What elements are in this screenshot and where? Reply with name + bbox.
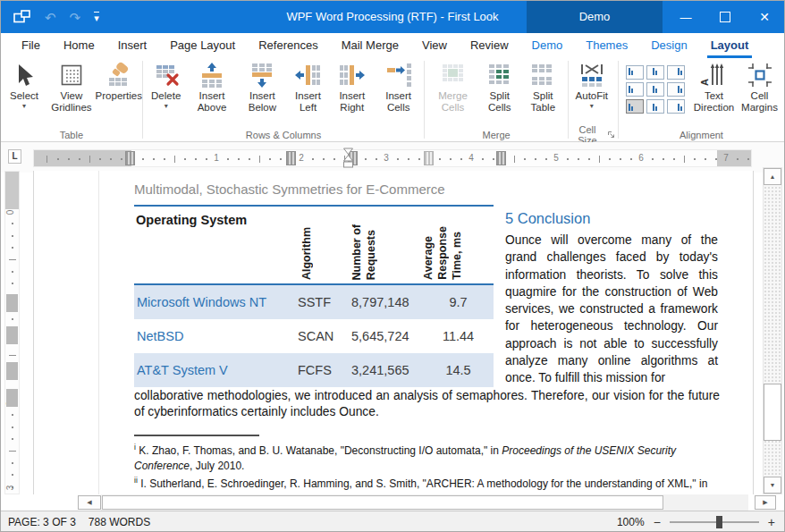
scroll-up-button[interactable]: ▲ xyxy=(764,168,781,185)
align-top-center-button[interactable] xyxy=(646,65,664,80)
document-table[interactable]: Operating SystemAlgorithmNumber ofReques… xyxy=(134,205,494,387)
column-header-operating-system: Operating System xyxy=(136,213,247,227)
tab-page-layout[interactable]: Page Layout xyxy=(158,33,247,58)
table-row[interactable]: Microsoft Windows NTSSTF8,797,1489.7 xyxy=(134,285,494,319)
dropdown-arrow-icon[interactable]: ▾ xyxy=(22,103,26,110)
close-button[interactable]: ✕ xyxy=(745,1,784,33)
scroll-left-button[interactable]: ◀ xyxy=(78,495,101,510)
indent-marker[interactable] xyxy=(342,148,354,176)
zoom-slider[interactable] xyxy=(670,521,759,523)
ruler-number: 4 xyxy=(468,153,474,163)
cell-algorithm: FCFS xyxy=(298,363,351,377)
table-row-marker[interactable] xyxy=(6,389,18,407)
cell-margins-button[interactable]: Cell Margins xyxy=(738,59,781,113)
tab-layout[interactable]: Layout xyxy=(699,33,761,58)
rows-columns-group: Delete▾Insert AboveInsert BelowInsert Le… xyxy=(143,58,425,141)
footnote-separator xyxy=(134,435,259,436)
tab-themes[interactable]: Themes xyxy=(574,33,639,58)
delete-table-icon xyxy=(153,62,180,89)
split-cells-icon xyxy=(486,62,513,89)
tab-view[interactable]: View xyxy=(410,33,459,58)
insert-left-button[interactable]: Insert Left xyxy=(287,59,328,113)
tab-mail-merge[interactable]: Mail Merge xyxy=(330,33,410,58)
align-bottom-center-button[interactable] xyxy=(646,99,664,114)
align-top-right-button[interactable] xyxy=(667,65,685,80)
tab-demo[interactable]: Demo xyxy=(520,33,575,58)
column-header-number-of-requests: Number ofRequests xyxy=(350,224,377,281)
align-top-left-button[interactable] xyxy=(626,65,644,80)
table-row-marker[interactable] xyxy=(6,294,18,312)
table-row-marker[interactable] xyxy=(6,362,18,380)
table-column-marker[interactable] xyxy=(424,151,434,165)
insert-right-button[interactable]: Insert Right xyxy=(329,59,376,113)
ribbon-button-label: Cell Margins xyxy=(739,90,780,113)
ruler-number: 5 xyxy=(553,153,559,163)
zoom-in-button[interactable]: + xyxy=(768,516,775,528)
alignment-bars-icon xyxy=(629,104,633,111)
status-bar: PAGE: 3 OF 3 788 WORDS 100% − + xyxy=(1,511,784,532)
scroll-right-button[interactable]: ▶ xyxy=(755,495,776,510)
vertical-scrollbar[interactable] xyxy=(763,167,782,494)
table-row-marker[interactable] xyxy=(6,326,18,344)
dropdown-arrow-icon[interactable]: ▾ xyxy=(590,103,594,110)
cell-operating-system: Microsoft Windows NT xyxy=(134,295,298,309)
page-indicator[interactable]: PAGE: 3 OF 3 xyxy=(8,516,76,528)
tab-review[interactable]: Review xyxy=(459,33,520,58)
select-button[interactable]: Select▾ xyxy=(4,59,45,110)
tab-file[interactable]: File xyxy=(10,33,52,58)
insert-right-icon xyxy=(339,62,366,89)
group-label: Merge xyxy=(483,130,511,140)
view-gridlines-button[interactable]: View Gridlines xyxy=(45,59,98,113)
ruler-number: 0 xyxy=(5,210,15,215)
autofit-button[interactable]: AutoFit▾ xyxy=(571,59,612,110)
table-row[interactable]: NetBSDSCAN5,645,72411.44 xyxy=(134,319,494,353)
split-table-button[interactable]: Split Table xyxy=(521,59,565,113)
vertical-ruler[interactable]: 023 xyxy=(4,171,20,494)
ribbon-button-label: Text Direction xyxy=(692,90,736,113)
table-column-marker[interactable] xyxy=(286,151,296,165)
minimize-button[interactable]: — xyxy=(666,1,705,33)
ribbon-button-label: Split Cells xyxy=(480,90,519,113)
cell-average-response-time: 11.44 xyxy=(423,329,494,343)
table-column-marker[interactable] xyxy=(496,151,506,165)
text-direction-button[interactable]: AText Direction xyxy=(690,59,738,113)
dialog-launcher-icon[interactable] xyxy=(607,130,615,140)
maximize-button[interactable] xyxy=(705,1,745,33)
cell-size-group: AutoFit▾Cell Size xyxy=(569,58,618,141)
alignment-bars-icon xyxy=(653,86,657,93)
align-bottom-left-button[interactable] xyxy=(626,99,644,114)
delete-button[interactable]: Delete▾ xyxy=(146,59,187,110)
zoom-out-button[interactable]: − xyxy=(654,516,661,528)
table-group: Select▾View GridlinesPropertiesTable xyxy=(1,58,142,141)
tab-home[interactable]: Home xyxy=(52,33,106,58)
tab-references[interactable]: References xyxy=(247,33,329,58)
horizontal-ruler[interactable]: 1234567 xyxy=(33,149,752,167)
alignment-bars-icon xyxy=(653,104,657,111)
align-center-right-button[interactable] xyxy=(667,82,685,97)
insert-above-button[interactable]: Insert Above xyxy=(187,59,238,113)
table-column-marker[interactable] xyxy=(125,151,135,165)
ribbon-button-label: Select xyxy=(10,90,38,102)
document-canvas[interactable]: Multimodal, Stochastic Symmetries for E-… xyxy=(33,171,754,494)
ribbon-button-label: Properties xyxy=(96,90,142,102)
split-cells-button[interactable]: Split Cells xyxy=(478,59,521,113)
tab-stop-selector[interactable]: L xyxy=(8,149,21,164)
align-center-center-button[interactable] xyxy=(646,82,664,97)
insert-below-button[interactable]: Insert Below xyxy=(237,59,287,113)
align-bottom-right-button[interactable] xyxy=(667,99,685,114)
align-center-left-button[interactable] xyxy=(626,82,644,97)
word-count[interactable]: 788 WORDS xyxy=(89,516,150,528)
scroll-down-button[interactable]: ▼ xyxy=(764,477,781,494)
horizontal-scroll-thumb[interactable] xyxy=(102,495,663,510)
cell-algorithm: SCAN xyxy=(298,329,351,343)
tab-insert[interactable]: Insert xyxy=(106,33,159,58)
dropdown-arrow-icon[interactable]: ▾ xyxy=(165,103,168,110)
vertical-scroll-thumb[interactable] xyxy=(764,384,781,441)
zoom-slider-thumb[interactable] xyxy=(716,516,722,528)
insert-cells-button[interactable]: Insert Cells xyxy=(376,59,421,113)
view-gridlines-icon xyxy=(58,62,85,89)
tab-design[interactable]: Design xyxy=(639,33,698,58)
table-row[interactable]: AT&T System VFCFS3,241,56514.5 xyxy=(134,353,494,387)
merge-cells-icon xyxy=(440,62,467,89)
properties-button[interactable]: Properties xyxy=(98,59,139,102)
